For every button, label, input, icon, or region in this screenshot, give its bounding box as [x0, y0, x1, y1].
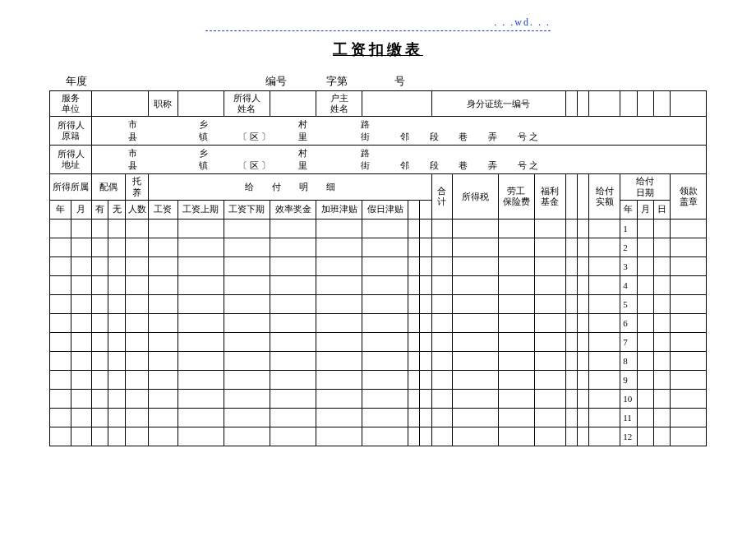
cell — [499, 332, 534, 351]
label-id-number: 身分证统一编号 — [431, 91, 565, 117]
cell — [534, 238, 565, 256]
field-address: 市县 乡镇 〔区〕 村里 路街 邻 段 巷 弄 号之 — [92, 146, 707, 174]
meta-line: 年度 编号 字第 号 — [49, 74, 707, 89]
cell — [71, 408, 92, 427]
hdr-welfare: 福利 基金 — [534, 174, 565, 219]
cell — [92, 219, 108, 238]
cell — [431, 370, 453, 389]
cell — [316, 238, 362, 256]
cell — [71, 389, 92, 408]
cell — [637, 370, 653, 389]
table-row: 4 — [50, 275, 707, 294]
cell — [671, 351, 707, 370]
cell — [50, 219, 71, 238]
cell — [453, 370, 499, 389]
cell — [125, 275, 148, 294]
cell — [224, 294, 270, 313]
field-service-unit — [92, 91, 149, 117]
cell — [50, 351, 71, 370]
label-household-name: 户主 姓名 — [316, 91, 362, 117]
cell — [577, 256, 588, 275]
cell — [224, 389, 270, 408]
cell — [453, 238, 499, 256]
main-table: 服务 单位 职称 所得人 姓名 户主 姓名 身分证统一编号 所得人 原籍 市县 … — [49, 90, 707, 446]
cell — [108, 256, 125, 275]
cell — [499, 370, 534, 389]
cell — [588, 408, 620, 427]
cell — [148, 351, 177, 370]
cell — [431, 275, 453, 294]
cell — [431, 313, 453, 332]
table-row: 10 — [50, 389, 707, 408]
cell — [588, 313, 620, 332]
hdr-salary-next: 工资下期 — [224, 200, 270, 219]
hdr-net-pay: 给付 实额 — [588, 174, 620, 219]
cell — [92, 275, 108, 294]
cell — [654, 256, 671, 275]
cell — [148, 332, 177, 351]
cell — [362, 313, 408, 332]
cell — [408, 332, 420, 351]
cell — [148, 389, 177, 408]
cell — [71, 370, 92, 389]
label-address: 所得人 地址 — [50, 146, 92, 174]
cell — [148, 294, 177, 313]
page-title: 工资扣缴表 — [49, 39, 707, 59]
row-number: 7 — [620, 332, 637, 351]
hdr-overtime: 加班津贴 — [316, 200, 362, 219]
cell — [362, 370, 408, 389]
cell — [71, 256, 92, 275]
cell — [431, 332, 453, 351]
cell — [224, 219, 270, 238]
cell — [577, 275, 588, 294]
cell — [316, 275, 362, 294]
cell — [588, 351, 620, 370]
cell — [108, 370, 125, 389]
table-row: 12 — [50, 427, 707, 446]
cell — [637, 294, 653, 313]
cell — [71, 313, 92, 332]
cell — [108, 294, 125, 313]
cell — [148, 427, 177, 446]
cell — [362, 219, 408, 238]
cell — [92, 294, 108, 313]
cell — [565, 370, 577, 389]
cell — [534, 427, 565, 446]
cell — [71, 294, 92, 313]
cell — [431, 351, 453, 370]
cell — [362, 238, 408, 256]
cell — [637, 256, 653, 275]
cell — [270, 370, 316, 389]
hdr-salary-prev: 工资上期 — [177, 200, 224, 219]
cell — [270, 294, 316, 313]
cell — [671, 275, 707, 294]
cell — [92, 427, 108, 446]
cell — [270, 313, 316, 332]
hdr-month: 月 — [71, 200, 92, 219]
cell — [177, 238, 224, 256]
row-number: 9 — [620, 370, 637, 389]
cell — [453, 408, 499, 427]
cell — [499, 427, 534, 446]
cell — [50, 256, 71, 275]
cell — [148, 238, 177, 256]
cell — [125, 351, 148, 370]
cell — [108, 313, 125, 332]
cell — [148, 313, 177, 332]
cell — [565, 351, 577, 370]
cell — [420, 389, 431, 408]
cell — [92, 370, 108, 389]
cell — [50, 294, 71, 313]
cell — [420, 219, 431, 238]
cell — [671, 238, 707, 256]
hdr-bonus: 效率奖金 — [270, 200, 316, 219]
cell — [408, 351, 420, 370]
cell — [420, 427, 431, 446]
cell — [588, 219, 620, 238]
hdr-blank2 — [577, 174, 588, 219]
cell — [420, 313, 431, 332]
hdr-salary: 工资 — [148, 200, 177, 219]
hdr-total: 合 计 — [431, 174, 453, 219]
row-number: 4 — [620, 275, 637, 294]
cell — [177, 389, 224, 408]
